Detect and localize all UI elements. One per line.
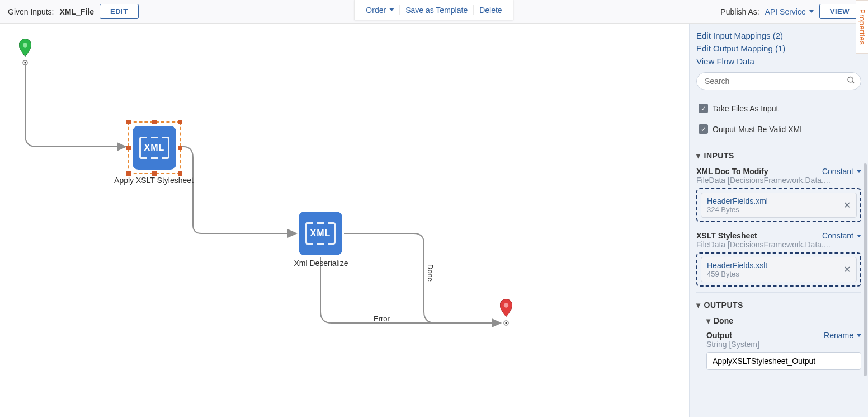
resize-handle[interactable] <box>178 146 182 150</box>
output-name-input[interactable] <box>706 352 861 370</box>
xml-doc-file-chip: HeaderFields.xml 324 Bytes ✕ <box>701 193 857 218</box>
view-flow-data-link[interactable]: View Flow Data <box>696 55 861 68</box>
edit-button[interactable]: EDIT <box>100 4 139 19</box>
resize-handle[interactable] <box>178 120 182 124</box>
chevron-down-icon <box>389 8 394 11</box>
xml-doc-label: XML Doc To Modify <box>696 167 768 176</box>
node-xml-deserialize[interactable]: XML <box>299 212 342 255</box>
given-inputs-value: XML_File <box>60 7 94 16</box>
start-node[interactable] <box>19 39 31 58</box>
publish-value-text: API Service <box>765 7 806 16</box>
edge-error-label: Error <box>374 315 390 323</box>
check-icon: ✓ <box>699 124 708 134</box>
node-xml-deserialize-label: Xml Deserialize <box>265 259 377 268</box>
chevron-down-icon: ▾ <box>696 151 701 160</box>
properties-side-tab[interactable]: Properties <box>856 0 868 54</box>
given-inputs-label: Given Inputs: <box>8 7 54 16</box>
properties-panel: Edit Input Mappings (2) Edit Output Mapp… <box>689 24 868 417</box>
resize-handle[interactable] <box>152 120 157 124</box>
resize-handle[interactable] <box>126 146 131 150</box>
svg-point-2 <box>504 321 508 325</box>
xslt-file-size: 459 Bytes <box>707 270 767 278</box>
order-label: Order <box>366 6 386 15</box>
valid-xml-checkbox[interactable]: ✓ Output Must Be Valid XML <box>696 119 861 139</box>
svg-point-0 <box>23 60 27 65</box>
order-dropdown[interactable]: Order <box>360 6 399 15</box>
xslt-type: FileData [DecisionsFramework.Data.... <box>696 240 861 252</box>
view-button[interactable]: VIEW <box>819 4 860 19</box>
inputs-title: INPUTS <box>704 151 734 160</box>
edge-done-label: Done <box>426 264 435 282</box>
take-files-label: Take Files As Input <box>713 104 779 113</box>
output-type: String [System] <box>696 340 861 352</box>
chevron-down-icon: ▾ <box>696 301 701 310</box>
scrollbar[interactable] <box>864 163 867 376</box>
xslt-file-drop[interactable]: HeaderFields.xslt 459 Bytes ✕ <box>696 252 861 287</box>
publish-dropdown[interactable]: API Service <box>765 7 814 16</box>
search-input[interactable] <box>696 72 861 90</box>
chevron-down-icon <box>809 10 814 13</box>
center-actions: Order Save as Template Delete <box>354 0 513 20</box>
svg-point-5 <box>504 303 508 307</box>
node-apply-xslt-label: Apply XSLT Stylesheet <box>98 176 210 185</box>
svg-point-6 <box>848 77 853 82</box>
xml-doc-mode-dropdown[interactable]: Constant <box>822 167 861 176</box>
xml-doc-type: FileData [DecisionsFramework.Data.... <box>696 176 861 188</box>
done-subsection[interactable]: ▾ Done <box>696 313 861 327</box>
valid-xml-label: Output Must Be Valid XML <box>713 125 804 134</box>
svg-point-3 <box>505 322 507 324</box>
given-inputs-group: Given Inputs: XML_File EDIT <box>8 4 139 19</box>
publish-group: Publish As: API Service VIEW <box>720 4 860 19</box>
remove-file-icon[interactable]: ✕ <box>839 200 851 210</box>
done-title: Done <box>714 316 733 325</box>
resize-handle[interactable] <box>178 171 182 176</box>
edit-input-mappings-link[interactable]: Edit Input Mappings (2) <box>696 29 861 42</box>
resize-handle[interactable] <box>126 120 131 124</box>
resize-handle[interactable] <box>126 171 131 176</box>
flow-canvas[interactable]: XML Apply XSLT Stylesheet XML Xml Deseri… <box>0 24 689 417</box>
resize-handle[interactable] <box>152 171 157 176</box>
xml-icon: XML <box>133 126 176 170</box>
top-toolbar: Given Inputs: XML_File EDIT Order Save a… <box>0 0 868 24</box>
publish-label: Publish As: <box>720 7 759 16</box>
xslt-mode-dropdown[interactable]: Constant <box>822 231 861 240</box>
properties-search <box>696 72 861 90</box>
chevron-down-icon: ▾ <box>706 316 710 325</box>
chevron-down-icon <box>857 334 861 337</box>
search-icon <box>847 76 856 87</box>
main-area: XML Apply XSLT Stylesheet XML Xml Deseri… <box>0 24 868 417</box>
xml-doc-file-name: HeaderFields.xml <box>707 196 768 205</box>
svg-point-4 <box>23 43 27 47</box>
rename-dropdown[interactable]: Rename <box>824 331 861 340</box>
outputs-section-header[interactable]: ▾ OUTPUTS <box>696 292 861 313</box>
inputs-section-header[interactable]: ▾ INPUTS <box>696 143 861 163</box>
properties-tab-label: Properties <box>858 9 866 45</box>
xslt-file-name: HeaderFields.xslt <box>707 261 767 270</box>
take-files-checkbox[interactable]: ✓ Take Files As Input <box>696 98 861 119</box>
output-label: Output <box>706 331 732 340</box>
delete-button[interactable]: Delete <box>474 6 507 15</box>
outputs-title: OUTPUTS <box>704 301 743 310</box>
svg-line-7 <box>852 82 854 83</box>
xslt-label: XSLT Stylesheet <box>696 231 757 240</box>
chevron-down-icon <box>857 235 861 237</box>
remove-file-icon[interactable]: ✕ <box>839 264 851 275</box>
xml-doc-file-size: 324 Bytes <box>707 205 768 214</box>
edit-output-mapping-link[interactable]: Edit Output Mapping (1) <box>696 42 861 55</box>
xml-doc-file-drop[interactable]: HeaderFields.xml 324 Bytes ✕ <box>696 188 861 222</box>
end-node[interactable] <box>500 299 512 318</box>
chevron-down-icon <box>857 170 861 173</box>
svg-point-1 <box>24 62 26 63</box>
xslt-file-chip: HeaderFields.xslt 459 Bytes ✕ <box>701 257 857 282</box>
check-icon: ✓ <box>699 104 708 113</box>
node-apply-xslt[interactable]: XML <box>128 121 181 174</box>
save-template-button[interactable]: Save as Template <box>400 6 473 15</box>
